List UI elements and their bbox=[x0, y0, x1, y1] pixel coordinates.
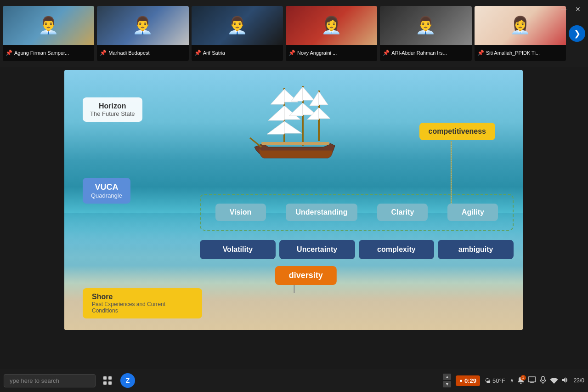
diversity-box: diversity bbox=[275, 266, 337, 285]
participant-tile-p2: 👨‍💼 📌 Marhadi Budapest bbox=[97, 6, 188, 61]
participant-name-p3: Arif Satria bbox=[203, 50, 225, 56]
understanding-button: Understanding bbox=[286, 204, 358, 221]
search-placeholder: ype here to search bbox=[10, 377, 59, 384]
pin-icon-p5: 📌 bbox=[383, 50, 390, 56]
network-button[interactable] bbox=[550, 376, 558, 386]
participant-label-p5: 📌 ARI-Abdur Rahman Irs... bbox=[380, 45, 471, 61]
recording-time: ● 0:29 bbox=[456, 375, 480, 386]
weather-display: 🌤 50°F bbox=[485, 377, 505, 384]
agility-button: Agility bbox=[447, 204, 498, 221]
vuca-quadrangle-container: Vision Understanding Clarity Agility bbox=[200, 194, 514, 231]
date-time-display: 23/0 bbox=[574, 377, 584, 385]
pin-icon-p6: 📌 bbox=[477, 50, 484, 56]
participant-tile-p1: 👨‍💼 📌 Agung Firman Sampur... bbox=[3, 6, 94, 61]
scroll-down-button[interactable]: ▼ bbox=[443, 381, 451, 387]
competitiveness-label: competitiveness bbox=[429, 127, 486, 135]
participant-video-p4: 👩‍💼 bbox=[286, 6, 377, 45]
participant-tile-p4: 👩‍💼 📌 Novy Anggraini ... bbox=[286, 6, 377, 61]
participant-label-p1: 📌 Agung Firman Sampur... bbox=[3, 45, 94, 61]
diversity-label: diversity bbox=[289, 271, 323, 280]
display-button[interactable] bbox=[528, 376, 536, 386]
ambiguity-button: ambiguity bbox=[438, 240, 514, 259]
participant-name-p1: Agung Firman Sampur... bbox=[14, 50, 69, 56]
vision-button: Vision bbox=[215, 204, 266, 221]
participant-video-p5: 👨‍💼 bbox=[380, 6, 471, 45]
weather-icon: 🌤 bbox=[485, 377, 491, 384]
participant-video-p6: 👩‍💼 bbox=[475, 6, 566, 45]
svg-rect-7 bbox=[103, 381, 107, 385]
horizon-box: Horizon The Future State bbox=[83, 97, 142, 122]
participant-label-p4: 📌 Novy Anggraini ... bbox=[286, 45, 377, 61]
uncertainty-button: Uncertainty bbox=[279, 240, 355, 259]
svg-rect-8 bbox=[108, 381, 112, 385]
svg-rect-3 bbox=[261, 142, 329, 145]
participant-tile-p6: 👩‍💼 📌 Siti Amaliah_PPIDK Ti... bbox=[475, 6, 566, 61]
scroll-up-button[interactable]: ▲ bbox=[443, 374, 451, 380]
volatility-button: Volatility bbox=[200, 240, 276, 259]
date-value: 23/0 bbox=[574, 377, 584, 385]
time-value: 0:29 bbox=[464, 377, 476, 384]
shore-title: Shore bbox=[92, 293, 193, 301]
search-box[interactable]: ype here to search bbox=[4, 374, 96, 387]
participant-name-p4: Novy Anggraini ... bbox=[297, 50, 337, 56]
vuca-label: VUCA bbox=[91, 182, 122, 192]
participant-video-p2: 👨‍💼 bbox=[97, 6, 188, 45]
pin-icon-p3: 📌 bbox=[194, 50, 201, 56]
microphone-button[interactable] bbox=[539, 376, 547, 386]
pin-icon-p4: 📌 bbox=[288, 50, 295, 56]
svg-point-9 bbox=[520, 382, 521, 384]
participant-name-p2: Marhadi Budapest bbox=[108, 50, 149, 56]
participant-bar: 👨‍💼 📌 Agung Firman Sampur... 👨‍💼 📌 Marha… bbox=[0, 0, 588, 67]
zoom-button[interactable]: Z bbox=[119, 372, 136, 389]
task-view-button[interactable] bbox=[99, 372, 116, 389]
show-hidden-icons-button[interactable]: ∧ bbox=[510, 377, 514, 384]
participant-tile-p5: 👨‍💼 📌 ARI-Abdur Rahman Irs... bbox=[380, 6, 471, 61]
taskbar: ype here to search Z ▲ ▼ ● 0:29 🌤 50°F bbox=[0, 369, 588, 392]
complexity-button: complexity bbox=[359, 240, 435, 259]
participant-label-p6: 📌 Siti Amaliah_PPIDK Ti... bbox=[475, 45, 566, 61]
slide-background: Horizon The Future State VUCA Quadrangle… bbox=[64, 70, 523, 330]
minimize-button[interactable]: — bbox=[559, 5, 570, 14]
notification-icon[interactable]: 1 bbox=[517, 376, 525, 386]
svg-rect-6 bbox=[108, 376, 112, 380]
pin-icon-p2: 📌 bbox=[100, 50, 107, 56]
notification-badge: 1 bbox=[520, 375, 526, 381]
clarity-button: Clarity bbox=[377, 204, 428, 221]
competitiveness-box: competitiveness bbox=[419, 123, 495, 140]
shore-subtitle: Past Experiences and Current Conditions bbox=[92, 301, 193, 314]
challenge-row: Volatility Uncertainty complexity ambigu… bbox=[200, 240, 514, 259]
participant-name-p6: Siti Amaliah_PPIDK Ti... bbox=[486, 50, 540, 56]
horizon-subtitle: The Future State bbox=[90, 110, 135, 117]
next-participant-button[interactable]: ❯ bbox=[569, 25, 585, 42]
scroll-indicator[interactable]: ▲ ▼ bbox=[443, 374, 451, 387]
volume-button[interactable] bbox=[561, 376, 569, 386]
svg-rect-10 bbox=[528, 377, 536, 382]
presentation-area: Horizon The Future State VUCA Quadrangle… bbox=[64, 70, 523, 330]
vuca-quadrangle-label: Quadrangle bbox=[91, 192, 122, 199]
participant-video-p1: 👨‍💼 bbox=[3, 6, 94, 45]
window-controls: — ✕ bbox=[559, 5, 583, 14]
svg-line-4 bbox=[250, 138, 261, 147]
system-tray: ∧ 1 bbox=[510, 376, 569, 386]
taskbar-right: ▲ ▼ ● 0:29 🌤 50°F ∧ 1 bbox=[443, 374, 584, 387]
horizon-title: Horizon bbox=[90, 102, 135, 110]
participant-label-p2: 📌 Marhadi Budapest bbox=[97, 45, 188, 61]
participant-label-p3: 📌 Arif Satria bbox=[192, 45, 283, 61]
participant-tile-p3: 👨‍💼 📌 Arif Satria bbox=[192, 6, 283, 61]
svg-rect-13 bbox=[542, 376, 544, 381]
close-button[interactable]: ✕ bbox=[572, 5, 583, 14]
participant-video-p3: 👨‍💼 bbox=[192, 6, 283, 45]
pin-icon-p1: 📌 bbox=[6, 50, 12, 56]
participant-name-p5: ARI-Abdur Rahman Irs... bbox=[391, 50, 447, 56]
shore-box: Shore Past Experiences and Current Condi… bbox=[83, 288, 202, 318]
ship-image bbox=[238, 77, 349, 178]
temperature: 50°F bbox=[492, 377, 505, 384]
svg-rect-5 bbox=[103, 376, 107, 380]
vuca-box: VUCA Quadrangle bbox=[83, 178, 130, 204]
